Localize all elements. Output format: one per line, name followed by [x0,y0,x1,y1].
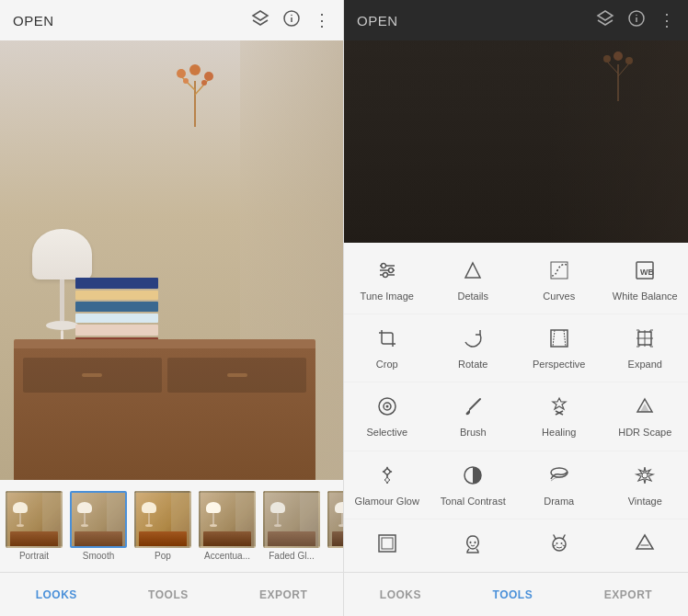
tool-selective[interactable]: Selective [344,382,430,451]
right-nav-tools[interactable]: TOOLS [478,581,548,609]
left-image-scene [0,40,343,480]
right-nav-looks[interactable]: LOOKS [365,581,436,609]
drama-icon [548,464,570,490]
thumb-pop-scene [136,493,189,546]
svg-point-7 [204,72,213,81]
rotate-icon [462,327,484,353]
thumb-m-img[interactable] [327,491,343,548]
tool-frames[interactable] [344,519,430,572]
tool-expand[interactable]: Expand [602,314,689,382]
thumbnails-strip: Portrait Smooth Pop [0,480,343,572]
left-nav-looks[interactable]: LOOKS [21,581,92,609]
left-info-icon[interactable] [282,9,301,32]
tool-white-balance-label: White Balance [613,291,678,302]
thumb-faded-label: Faded Gl... [269,551,314,561]
right-layers-icon[interactable] [596,9,614,32]
tonal-contrast-icon [462,464,484,490]
svg-point-46 [642,473,648,478]
left-open-label[interactable]: OPEN [13,13,54,29]
tool-rotate[interactable]: Rotate [430,314,517,382]
right-info-icon[interactable] [627,9,646,32]
tool-rotate-label: Rotate [458,359,487,371]
tool-head[interactable] [430,519,517,572]
svg-line-32 [564,330,566,347]
thumb-m[interactable]: M [326,491,343,561]
svg-point-17 [603,55,611,63]
expand-icon [634,327,656,353]
thumb-faded-img[interactable] [263,491,320,548]
tool-tune-image[interactable]: Tune Image [344,246,430,314]
creature-icon [548,532,570,558]
tool-tonal-contrast[interactable]: Tonal Contrast [430,451,517,519]
tool-vintage[interactable]: Vintage [602,451,689,519]
tool-curves-label: Curves [543,291,575,302]
svg-point-25 [383,273,387,278]
tool-creature[interactable] [516,519,602,572]
thumb-smooth-label: Smooth [83,551,114,561]
thumb-smooth-img[interactable] [70,491,127,548]
text-icon [634,532,656,558]
thumb-pop-img[interactable] [134,491,191,548]
thumb-faded-glow[interactable]: Faded Gl... [261,491,322,561]
right-top-icons: ⋮ [596,9,675,32]
dresser-decoration [14,339,315,480]
thumb-smooth[interactable]: Smooth [68,491,129,561]
right-preview-image [344,40,688,243]
tool-expand-label: Expand [628,359,662,371]
tool-hdr-scape-label: HDR Scape [618,427,671,439]
tool-tune-image-label: Tune Image [361,291,414,302]
tool-hdr-scape[interactable]: HDR Scape [602,382,689,451]
svg-point-43 [384,469,390,474]
thumb-accentuate[interactable]: Accentua... [197,491,258,561]
svg-marker-54 [636,535,653,549]
tool-vintage-label: Vintage [628,496,662,508]
plant-decoration [172,63,218,127]
selective-icon [376,395,398,421]
tool-crop[interactable]: Crop [344,314,430,382]
right-open-label[interactable]: OPEN [357,13,398,29]
tool-curves[interactable]: Curves [516,246,602,314]
right-nav-export[interactable]: EXPORT [590,581,667,609]
svg-point-6 [177,69,186,78]
tool-healing-label: Healing [542,427,576,439]
tool-healing[interactable]: Healing [516,382,602,451]
vintage-icon [634,464,656,490]
tool-details[interactable]: Details [430,246,517,314]
left-bottom-nav: LOOKS TOOLS EXPORT [0,572,343,616]
details-icon [462,259,484,285]
thumb-accentuate-img[interactable] [199,491,256,548]
left-layers-icon[interactable] [251,9,269,32]
thumb-pop[interactable]: Pop [132,491,193,561]
tool-crop-label: Crop [376,359,398,371]
svg-point-24 [388,268,393,273]
tune-image-icon [376,259,398,285]
tool-perspective[interactable]: Perspective [516,314,602,382]
thumb-portrait-img[interactable] [6,491,63,548]
left-top-bar: OPEN ⋮ [0,0,343,40]
svg-point-9 [183,78,189,84]
tool-drama-label: Drama [544,496,574,508]
tool-brush[interactable]: Brush [430,382,517,451]
tool-selective-label: Selective [366,427,407,439]
thumb-m-scene [329,493,343,546]
tool-details-label: Details [457,291,488,302]
left-more-icon[interactable]: ⋮ [314,10,330,30]
tool-white-balance[interactable]: WB White Balance [602,246,689,314]
tool-text[interactable] [602,519,689,572]
right-bottom-nav: LOOKS TOOLS EXPORT [344,572,688,616]
frames-icon [376,532,398,558]
left-nav-export[interactable]: EXPORT [245,581,322,609]
tool-glamour-glow[interactable]: Glamour Glow [344,451,430,519]
head-icon [462,532,484,558]
tool-glamour-glow-label: Glamour Glow [355,496,419,508]
svg-point-52 [556,542,557,544]
svg-text:WB: WB [640,268,654,277]
svg-line-15 [607,62,618,74]
svg-line-31 [553,330,555,347]
left-nav-tools[interactable]: TOOLS [133,581,203,609]
healing-icon [548,395,570,421]
thumb-pop-label: Pop [155,551,171,561]
right-more-icon[interactable]: ⋮ [659,10,675,30]
tool-drama[interactable]: Drama [516,451,602,519]
thumb-portrait[interactable]: Portrait [4,491,64,561]
